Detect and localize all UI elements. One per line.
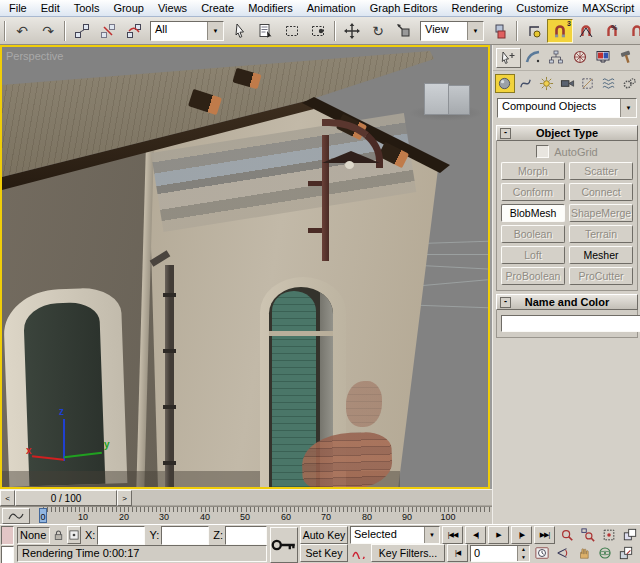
percent-snap-toggle-icon[interactable]: % [599,19,625,43]
boolean-button[interactable]: Boolean [501,225,565,243]
go-to-end-button[interactable]: ▶▶| [534,526,555,544]
arc-rotate-icon[interactable] [595,545,614,562]
name-and-color-rollout-header[interactable]: - Name and Color [496,294,638,310]
spinner-arrows[interactable]: ▲ ▼ [517,546,529,561]
spinner-up-icon[interactable]: ▲ [518,546,529,554]
tab-create-icon[interactable] [496,48,521,68]
open-mini-curve-editor-icon[interactable] [2,508,30,524]
menu-animation[interactable]: Animation [300,1,363,15]
next-frame-button[interactable]: |▶ [511,526,532,544]
shapemerge-button[interactable]: ShapeMerge [569,204,633,222]
maxscript-mini-listener[interactable] [0,525,15,563]
key-mode-toggle-button[interactable]: |◀ [447,544,468,562]
bind-to-space-warp-icon[interactable] [121,19,147,43]
min-max-toggle-icon[interactable] [616,545,635,562]
current-frame-spinner[interactable]: 0 ▲ ▼ [470,545,530,562]
dropdown-arrow-icon[interactable]: ▼ [207,22,223,40]
autogrid-checkbox[interactable] [536,145,549,158]
object-name-input[interactable] [501,315,640,332]
subcategory-dropdown[interactable]: Compound Objects ▼ [497,98,637,118]
key-filters-button[interactable]: Key Filters... [371,544,445,562]
go-to-start-button[interactable]: |◀◀ [442,526,463,544]
time-slider-track[interactable] [132,491,492,506]
select-and-link-icon[interactable] [69,19,95,43]
select-by-name-icon[interactable] [253,19,279,43]
unlink-selection-icon[interactable] [95,19,121,43]
blobmesh-button[interactable]: BlobMesh [501,204,565,222]
category-cameras-icon[interactable] [557,74,577,93]
key-mode-dropdown[interactable]: Selected ▼ [350,526,440,544]
collapse-icon[interactable]: - [500,128,511,139]
angle-snap-toggle-icon[interactable] [573,19,599,43]
time-slider-handle[interactable]: 0 / 100 [15,490,117,506]
selection-lock-icon[interactable] [52,527,65,543]
menu-modifiers[interactable]: Modifiers [241,1,300,15]
play-button[interactable]: ▶ [488,526,509,544]
collapse-icon[interactable]: - [500,297,511,308]
zoom-extents-icon[interactable] [599,527,618,544]
loft-button[interactable]: Loft [501,246,565,264]
z-coord-field[interactable] [225,526,267,545]
menu-rendering[interactable]: Rendering [445,1,510,15]
mini-listener-script-pane[interactable] [1,546,14,563]
dropdown-arrow-icon[interactable]: ▼ [620,99,636,117]
menu-create[interactable]: Create [194,1,241,15]
set-key-button[interactable]: Set Key [300,544,348,562]
proboolean-button[interactable]: ProBoolean [501,267,565,285]
menu-file[interactable]: File [2,1,34,15]
scatter-button[interactable]: Scatter [569,162,633,180]
zoom-extents-all-icon[interactable] [620,527,639,544]
select-and-move-icon[interactable] [339,19,365,43]
auto-key-button[interactable]: Auto Key [300,526,348,544]
menu-customize[interactable]: Customize [509,1,575,15]
category-geometry-icon[interactable] [495,74,515,93]
tab-utilities-icon[interactable] [616,48,639,66]
zoom-icon[interactable] [557,527,576,544]
object-type-rollout-header[interactable]: - Object Type [496,125,638,141]
snaps-toggle-icon[interactable]: 3 [547,19,573,43]
menu-views[interactable]: Views [151,1,194,15]
menu-tools[interactable]: Tools [67,1,107,15]
tab-modify-icon[interactable] [522,48,545,66]
tab-motion-icon[interactable] [569,48,592,66]
field-of-view-icon[interactable] [553,545,572,562]
menu-graph-editors[interactable]: Graph Editors [363,1,445,15]
category-space-warps-icon[interactable] [599,74,619,93]
pan-icon[interactable] [574,545,593,562]
category-helpers-icon[interactable] [578,74,598,93]
use-pivot-point-center-icon[interactable] [487,19,513,43]
conform-button[interactable]: Conform [501,183,565,201]
select-and-uniform-scale-icon[interactable] [391,19,417,43]
procutter-button[interactable]: ProCutter [569,267,633,285]
morph-button[interactable]: Morph [501,162,565,180]
redo-icon[interactable]: ↷ [35,19,61,43]
menu-maxscript[interactable]: MAXScript [575,1,640,15]
spinner-snap-toggle-icon[interactable] [625,19,640,43]
undo-icon[interactable]: ↶ [9,19,35,43]
dropdown-arrow-icon[interactable]: ▼ [467,22,483,40]
time-slider-next-button[interactable]: > [117,490,132,506]
viewport-label[interactable]: Perspective [6,50,63,62]
rectangular-selection-region-icon[interactable] [279,19,305,43]
tab-display-icon[interactable] [592,48,615,66]
selection-filter-dropdown[interactable]: All ▼ [150,21,224,41]
time-slider-prev-button[interactable]: < [0,490,15,506]
category-systems-icon[interactable] [619,74,639,93]
previous-frame-button[interactable]: ◀| [465,526,486,544]
connect-button[interactable]: Connect [569,183,633,201]
terrain-button[interactable]: Terrain [569,225,633,243]
tab-hierarchy-icon[interactable] [545,48,568,66]
set-keys-key-icon[interactable] [270,527,298,563]
spinner-down-icon[interactable]: ▼ [518,553,529,561]
category-lights-icon[interactable] [536,74,556,93]
track-bar-ruler[interactable]: 0 10 20 30 40 50 60 70 80 90 100 [30,507,490,524]
menu-edit[interactable]: Edit [34,1,67,15]
track-bar[interactable]: 0 10 20 30 40 50 60 70 80 90 100 [0,506,492,524]
mesher-button[interactable]: Mesher [569,246,633,264]
perspective-viewport[interactable]: Perspective [0,45,490,489]
default-in-out-tangents-icon[interactable] [350,545,369,562]
menu-group[interactable]: Group [106,1,151,15]
zoom-all-icon[interactable] [578,527,597,544]
select-object-icon[interactable] [227,19,253,43]
y-coord-field[interactable] [161,526,209,545]
